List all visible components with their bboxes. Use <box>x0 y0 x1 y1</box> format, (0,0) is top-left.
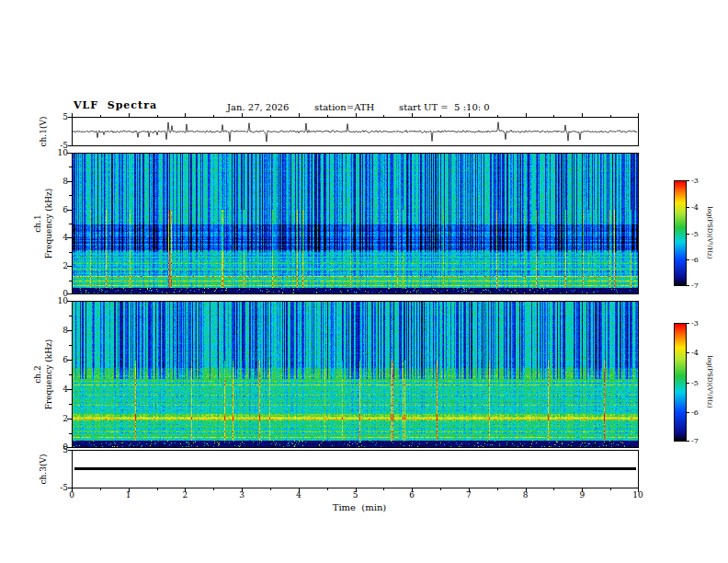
x-tick-label: 10 <box>631 490 645 500</box>
x-tick-label: 3 <box>234 490 249 500</box>
y-tick-label: -5 <box>53 483 68 492</box>
tick-mark <box>582 113 583 117</box>
colorbar-tick-label: -6 <box>691 408 710 417</box>
colorbar-tick-label: -7 <box>691 282 710 290</box>
tick-mark <box>299 113 300 117</box>
tick-mark <box>610 115 611 117</box>
colorbar-tick-label: -5 <box>691 379 710 387</box>
tick-mark <box>497 488 498 490</box>
tick-mark <box>553 488 554 490</box>
y-tick-label: 2 <box>53 261 68 270</box>
header-date: Jan. 27, 2026 <box>227 102 289 113</box>
y-tick-label: 8 <box>53 326 68 335</box>
tick-mark <box>129 113 130 117</box>
y-tick-label: 2 <box>53 414 68 423</box>
tick-mark <box>412 113 413 117</box>
colorbar-tick-label: -6 <box>691 256 710 264</box>
tick-mark <box>687 259 689 260</box>
tick-mark <box>157 115 158 117</box>
tick-mark <box>687 352 689 353</box>
tick-mark <box>610 488 611 490</box>
tick-mark <box>383 488 384 490</box>
tick-mark <box>687 383 689 384</box>
x-tick-label: 9 <box>574 490 589 500</box>
tick-mark <box>68 450 72 451</box>
ylabel-ch1-volts: ch.1(V) <box>37 86 50 178</box>
ch1-spectrogram-canvas <box>73 154 638 293</box>
tick-mark <box>68 117 72 118</box>
colorbar-tick-label: -7 <box>691 437 710 445</box>
ch3-flat-trace <box>74 467 636 470</box>
ch2-spectrogram-canvas <box>73 302 638 447</box>
tick-mark <box>69 433 72 434</box>
colorbar-1-canvas <box>675 181 686 285</box>
tick-mark <box>687 285 689 286</box>
panel-ch1-spectrogram <box>72 153 639 294</box>
tick-mark <box>440 488 441 490</box>
colorbar-tick-label: -3 <box>691 319 710 327</box>
y-tick-label: 6 <box>53 205 68 214</box>
tick-mark <box>687 207 689 208</box>
x-tick-label: 1 <box>121 490 136 500</box>
tick-mark <box>270 115 271 117</box>
panel-ch1-waveform <box>72 117 639 146</box>
tick-mark <box>526 113 527 117</box>
time-axis-label: Time (min) <box>309 502 410 513</box>
tick-mark <box>687 234 689 235</box>
colorbar-1 <box>674 180 687 286</box>
ylabel-ch3-volts: ch.3(V) <box>37 423 50 515</box>
tick-mark <box>356 113 357 117</box>
tick-mark <box>383 115 384 117</box>
x-tick-label: 2 <box>177 490 192 500</box>
tick-mark <box>69 195 72 196</box>
tick-mark <box>327 115 328 117</box>
colorbar-tick-label: -3 <box>691 177 710 185</box>
tick-mark <box>497 115 498 117</box>
tick-mark <box>185 113 186 117</box>
tick-mark <box>69 224 72 224</box>
tick-mark <box>69 281 72 282</box>
y-tick-label: 8 <box>53 177 68 186</box>
tick-mark <box>68 145 72 146</box>
panel-ch2-spectrogram <box>72 301 639 448</box>
tick-mark <box>687 441 689 442</box>
tick-mark <box>687 323 689 324</box>
colorbar-2-canvas <box>675 324 686 441</box>
tick-mark <box>100 488 101 490</box>
y-tick-label: 4 <box>53 385 68 394</box>
tick-mark <box>100 115 101 117</box>
tick-mark <box>638 113 639 117</box>
tick-mark <box>157 488 158 490</box>
colorbar-tick-label: -4 <box>691 349 710 357</box>
y-tick-label: 6 <box>53 355 68 364</box>
y-tick-label: 10 <box>53 148 68 157</box>
tick-mark <box>72 113 73 117</box>
tick-mark <box>687 180 689 181</box>
vlf-spectra-figure: VLF Spectra Jan. 27, 2026 station=ATH st… <box>0 0 728 563</box>
tick-mark <box>213 115 214 117</box>
header-station: station=ATH <box>314 102 374 113</box>
ch1-waveform-canvas <box>73 118 638 145</box>
tick-mark <box>68 488 72 488</box>
colorbar-tick-label: -4 <box>691 203 710 212</box>
tick-mark <box>553 115 554 117</box>
tick-mark <box>69 404 72 405</box>
tick-mark <box>440 115 441 117</box>
x-tick-label: 6 <box>404 490 419 500</box>
x-tick-label: 5 <box>348 490 363 500</box>
tick-mark <box>69 316 72 316</box>
tick-mark <box>69 374 72 375</box>
tick-mark <box>469 113 470 117</box>
colorbar-tick-label: -5 <box>691 230 710 238</box>
y-tick-label: 4 <box>53 233 68 242</box>
ylabel-ch1-frequency: Frequency (kHz) <box>42 178 55 270</box>
tick-mark <box>242 113 243 117</box>
tick-mark <box>69 167 72 167</box>
y-tick-label: 5 <box>53 112 68 121</box>
tick-mark <box>69 345 72 346</box>
tick-mark <box>69 252 72 253</box>
x-tick-label: 8 <box>518 490 533 500</box>
x-tick-label: 4 <box>291 490 306 500</box>
x-tick-label: 7 <box>461 490 476 500</box>
ylabel-ch2-frequency: Frequency (kHz) <box>42 328 55 420</box>
